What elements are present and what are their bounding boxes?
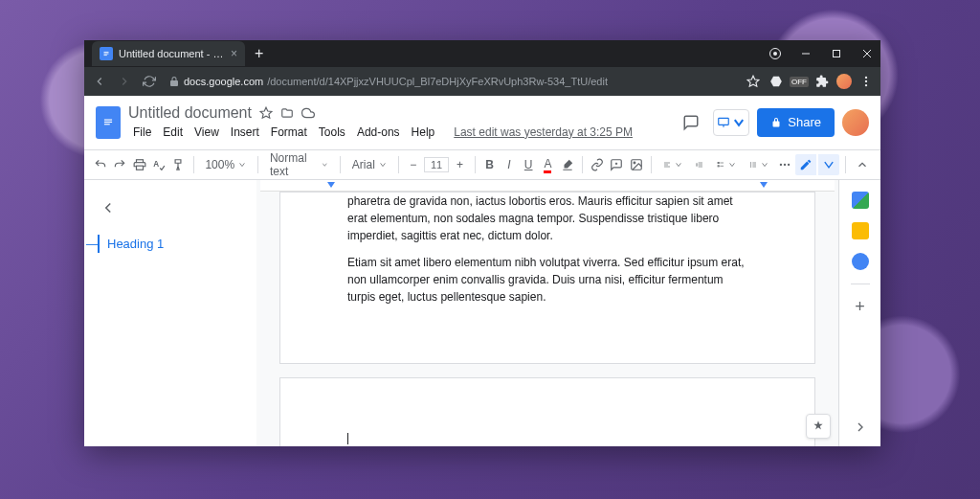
editing-mode-dropdown[interactable] (818, 154, 839, 175)
new-tab-button[interactable]: + (255, 45, 263, 62)
menu-insert[interactable]: Insert (226, 124, 264, 141)
svg-rect-13 (104, 124, 110, 125)
undo-icon[interactable] (92, 154, 109, 175)
star-icon[interactable] (259, 106, 273, 120)
menu-help[interactable]: Help (407, 124, 440, 141)
line-spacing-dropdown[interactable] (690, 154, 709, 175)
menu-view[interactable]: View (189, 124, 224, 141)
align-dropdown[interactable] (657, 154, 688, 175)
redo-icon[interactable] (111, 154, 128, 175)
back-button[interactable] (90, 72, 109, 91)
font-size-input[interactable]: 11 (424, 157, 449, 172)
outline-back-icon[interactable] (100, 199, 241, 219)
browser-titlebar: Untitled document - Google Doc × + (84, 40, 880, 67)
bookmark-star-icon[interactable] (745, 73, 762, 90)
font-dropdown[interactable]: Arial (346, 154, 392, 175)
insert-comment-icon[interactable] (608, 154, 625, 175)
document-canvas[interactable]: pharetra de gravida non, iactus lobortis… (256, 180, 838, 446)
menu-edit[interactable]: Edit (158, 124, 188, 141)
extension-icon-1[interactable] (768, 73, 785, 90)
menu-file[interactable]: File (128, 124, 156, 141)
spellcheck-icon[interactable]: A (150, 154, 167, 175)
tab-close-icon[interactable]: × (231, 47, 237, 60)
insert-link-icon[interactable] (589, 154, 606, 175)
document-title[interactable]: Untitled document (128, 104, 252, 122)
checklist-dropdown[interactable] (711, 154, 742, 175)
svg-point-35 (750, 165, 751, 166)
svg-point-34 (750, 163, 751, 164)
text-color-icon[interactable]: A (539, 154, 556, 175)
zoom-dropdown[interactable]: 100% (199, 154, 252, 175)
font-size-increase[interactable]: + (451, 154, 468, 175)
docs-header: Untitled document File Edit View Insert … (84, 96, 880, 149)
svg-rect-1 (104, 54, 109, 55)
browser-menu-icon[interactable] (858, 73, 875, 90)
svg-point-40 (779, 164, 781, 166)
maximize-button[interactable] (823, 40, 850, 67)
print-icon[interactable] (131, 154, 148, 175)
svg-rect-30 (718, 162, 719, 163)
highlight-icon[interactable] (559, 154, 576, 175)
horizontal-ruler[interactable] (260, 180, 835, 192)
italic-icon[interactable]: I (501, 154, 518, 175)
svg-rect-18 (136, 166, 143, 170)
svg-point-23 (634, 162, 635, 164)
account-indicator-icon[interactable] (769, 48, 781, 59)
last-edit-link[interactable]: Last edit was yesterday at 3:25 PM (449, 124, 637, 141)
side-panel: + (838, 180, 880, 446)
explore-button[interactable] (806, 414, 831, 439)
add-addon-icon[interactable]: + (852, 298, 869, 315)
minimize-button[interactable] (792, 40, 819, 67)
account-avatar[interactable] (842, 109, 869, 136)
keep-app-icon[interactable] (852, 222, 869, 239)
menu-addons[interactable]: Add-ons (352, 124, 405, 141)
page-1[interactable]: pharetra de gravida non, iactus lobortis… (279, 192, 815, 364)
move-folder-icon[interactable] (280, 106, 294, 120)
svg-rect-15 (719, 118, 729, 125)
window-controls (769, 40, 880, 67)
outline-heading-1[interactable]: Heading 1 (98, 235, 241, 253)
extension-icon-2[interactable]: OFF (791, 73, 808, 90)
svg-rect-4 (834, 51, 840, 57)
paragraph-2[interactable]: Etiam sit amet libero elementum nibh vol… (347, 254, 747, 306)
calendar-app-icon[interactable] (852, 192, 869, 209)
collapse-toolbar-icon[interactable] (852, 154, 873, 175)
close-button[interactable] (854, 40, 880, 67)
font-size-decrease[interactable]: − (405, 154, 422, 175)
style-dropdown[interactable]: Normal text (264, 154, 334, 175)
menu-format[interactable]: Format (266, 124, 312, 141)
tasks-app-icon[interactable] (852, 253, 869, 270)
reload-button[interactable] (140, 72, 159, 91)
svg-point-10 (865, 84, 867, 86)
url-field[interactable]: docs.google.com/document/d/14XPjjxzVHUUC… (165, 76, 739, 87)
paragraph-1[interactable]: pharetra de gravida non, iactus lobortis… (347, 193, 747, 244)
ruler-indent-right[interactable] (760, 182, 768, 188)
underline-icon[interactable]: U (520, 154, 537, 175)
svg-point-9 (865, 80, 867, 82)
more-toolbar-icon[interactable] (776, 154, 793, 175)
menu-tools[interactable]: Tools (314, 124, 350, 141)
paint-format-icon[interactable] (169, 154, 187, 175)
side-panel-collapse-icon[interactable] (853, 420, 868, 439)
insert-image-icon[interactable] (627, 154, 644, 175)
editing-mode-icon[interactable] (795, 154, 816, 175)
share-button[interactable]: Share (757, 108, 835, 137)
formatting-toolbar: A 100% Normal text Arial − 11 + B I U A (84, 149, 880, 180)
present-button[interactable] (713, 109, 749, 136)
tab-title: Untitled document - Google Doc (119, 48, 225, 59)
extensions-puzzle-icon[interactable] (813, 73, 831, 90)
svg-point-36 (750, 167, 751, 168)
bold-icon[interactable]: B (480, 154, 498, 175)
profile-avatar-small[interactable] (836, 74, 852, 89)
ruler-indent-left[interactable] (327, 182, 335, 188)
bulleted-list-dropdown[interactable] (744, 154, 774, 175)
docs-logo-icon[interactable] (96, 106, 121, 139)
page-2[interactable] (279, 377, 815, 446)
svg-rect-17 (136, 160, 143, 163)
forward-button[interactable] (115, 72, 134, 91)
comments-history-icon[interactable] (677, 108, 705, 137)
address-bar: docs.google.com/document/d/14XPjjxzVHUUC… (84, 67, 880, 96)
cloud-status-icon[interactable] (301, 106, 315, 120)
browser-tab[interactable]: Untitled document - Google Doc × (92, 41, 245, 66)
svg-text:A: A (153, 160, 159, 169)
